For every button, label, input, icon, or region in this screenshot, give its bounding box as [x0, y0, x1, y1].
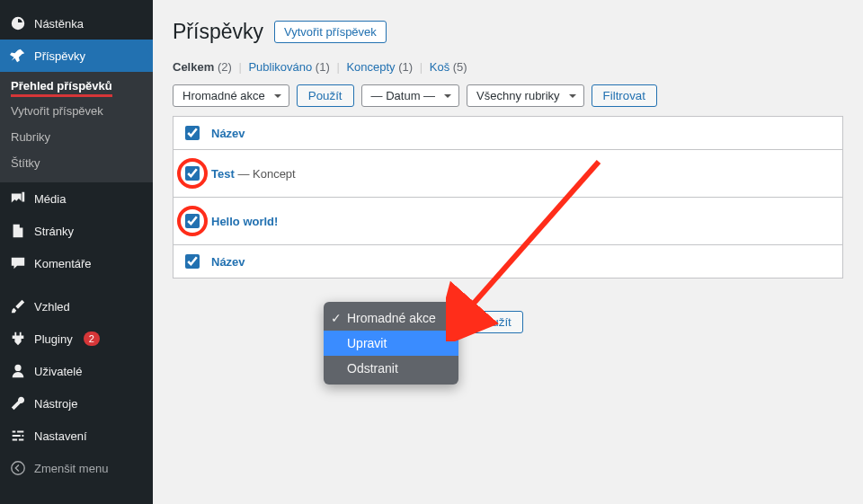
filter-published[interactable]: Publikováno — [248, 60, 312, 74]
plugins-update-badge: 2 — [84, 332, 100, 346]
bulk-action-dropdown-open: Hromadné akce Upravit Odstranit — [324, 302, 458, 385]
sidebar-sub-tags[interactable]: Štítky — [0, 151, 153, 175]
sidebar-item-comments[interactable]: Komentáře — [0, 247, 153, 279]
filter-trash[interactable]: Koš — [430, 60, 449, 74]
column-title[interactable]: Název — [211, 127, 245, 140]
sidebar-sub-categories[interactable]: Rubriky — [0, 125, 153, 149]
status-filter-bar: Celkem (2) | Publikováno (1) | Koncepty … — [173, 60, 843, 74]
bulk-option-none[interactable]: Hromadné akce — [324, 305, 458, 331]
page-icon — [9, 222, 27, 240]
sidebar-item-plugins[interactable]: Pluginy 2 — [0, 323, 153, 355]
sidebar-item-label: Nástroje — [34, 397, 77, 411]
sidebar-item-label: Nastavení — [34, 429, 87, 443]
media-icon — [9, 190, 27, 208]
sidebar-item-label: Pluginy — [34, 332, 73, 346]
sidebar-item-users[interactable]: Uživatelé — [0, 355, 153, 387]
sidebar-sub-overview[interactable]: Přehled příspěvků — [11, 75, 112, 97]
posts-table: Název Test — Koncept Hello world! Název — [173, 116, 843, 279]
page-header: Příspěvky Vytvořit příspěvek — [173, 20, 843, 44]
svg-point-0 — [12, 462, 24, 474]
table-row: Hello world! — [173, 197, 842, 244]
add-new-post-button[interactable]: Vytvořit příspěvek — [274, 21, 387, 43]
filter-drafts-count: (1) — [398, 60, 413, 74]
column-title-footer[interactable]: Název — [211, 255, 245, 269]
sidebar-item-appearance[interactable]: Vzhled — [0, 290, 153, 323]
collapse-icon — [9, 459, 27, 477]
bulk-action-select-top[interactable]: Hromadné akce — [173, 84, 289, 107]
bulk-option-edit[interactable]: Upravit — [324, 331, 458, 356]
category-filter-select[interactable]: Všechny rubriky — [467, 84, 583, 107]
user-icon — [9, 362, 27, 380]
sidebar-item-label: Komentáře — [34, 257, 92, 270]
admin-sidebar: Nástěnka Příspěvky Přehled příspěvků Vyt… — [0, 0, 153, 504]
filter-drafts[interactable]: Koncepty — [346, 60, 395, 74]
top-toolbar: Hromadné akce Použít — Datum — Všechny r… — [173, 84, 843, 107]
sidebar-item-label: Nástěnka — [34, 17, 84, 31]
sidebar-item-label: Vzhled — [34, 300, 70, 314]
sidebar-sub-add[interactable]: Vytvořit příspěvek — [0, 99, 153, 123]
comment-icon — [9, 254, 27, 272]
filter-trash-count: (5) — [453, 60, 467, 74]
filter-button[interactable]: Filtrovat — [592, 84, 657, 107]
sidebar-item-label: Příspěvky — [34, 49, 85, 63]
sidebar-item-tools[interactable]: Nástroje — [0, 387, 153, 420]
brush-icon — [9, 297, 27, 315]
plugin-icon — [9, 330, 27, 348]
apply-bulk-bottom-button[interactable]: Použít — [466, 311, 523, 333]
sliders-icon — [9, 427, 27, 445]
sidebar-item-label: Média — [34, 192, 66, 206]
select-all-bottom-checkbox[interactable] — [185, 254, 200, 269]
sidebar-item-posts[interactable]: Příspěvky — [0, 40, 153, 72]
sidebar-item-label: Stránky — [34, 225, 74, 238]
filter-all-label: Celkem — [173, 60, 214, 74]
date-filter-select[interactable]: — Datum — — [361, 84, 460, 107]
sidebar-item-label: Zmenšit menu — [34, 462, 108, 475]
row-checkbox[interactable] — [185, 166, 200, 181]
sidebar-item-label: Uživatelé — [34, 365, 82, 378]
filter-published-count: (1) — [316, 60, 330, 74]
table-footer-row: Název — [173, 244, 842, 278]
apply-bulk-top-button[interactable]: Použít — [297, 84, 354, 107]
sidebar-item-media[interactable]: Média — [0, 182, 153, 215]
page-title: Příspěvky — [173, 20, 263, 44]
pin-icon — [9, 47, 27, 65]
sidebar-item-dashboard[interactable]: Nástěnka — [0, 7, 153, 40]
wrench-icon — [9, 394, 27, 412]
table-row: Test — Koncept — [173, 149, 842, 197]
bulk-option-delete[interactable]: Odstranit — [324, 356, 458, 381]
table-header-row: Název — [173, 117, 842, 149]
dashboard-icon — [9, 14, 27, 32]
post-status-suffix: — Koncept — [237, 167, 295, 181]
sidebar-item-settings[interactable]: Nastavení — [0, 420, 153, 452]
post-title-link[interactable]: Hello world! — [211, 215, 278, 228]
post-title-link[interactable]: Test — [211, 167, 235, 181]
sidebar-item-collapse[interactable]: Zmenšit menu — [0, 452, 153, 484]
filter-all-count: (2) — [218, 60, 232, 74]
sidebar-submenu-posts: Přehled příspěvků Vytvořit příspěvek Rub… — [0, 72, 153, 182]
select-all-top-checkbox[interactable] — [185, 126, 200, 140]
sidebar-item-pages[interactable]: Stránky — [0, 215, 153, 247]
row-checkbox[interactable] — [185, 214, 200, 228]
main-content: Příspěvky Vytvořit příspěvek Celkem (2) … — [153, 0, 863, 504]
